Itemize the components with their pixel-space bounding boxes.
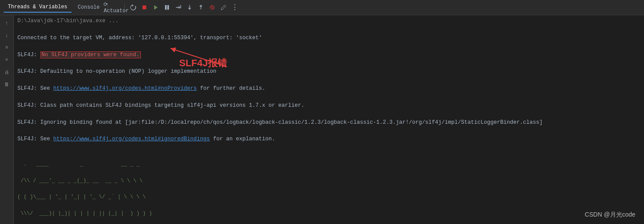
filter-btn[interactable]: ≡ <box>2 42 12 53</box>
console-line: SLF4J: Ignoring binding found at [jar:fi… <box>17 119 641 127</box>
console-line: SLF4J: Defaulting to no-operation (NOP) … <box>17 68 641 76</box>
console-line: SLF4J: Class path contains SLF4J binding… <box>17 102 641 110</box>
console-output[interactable]: D:\Java\jdk-17\bin\java.exe ... Connecte… <box>14 15 644 224</box>
pause-icon[interactable] <box>162 3 172 12</box>
svg-marker-1 <box>154 5 158 10</box>
print-btn[interactable]: 🖨 <box>2 67 12 77</box>
ascii-art-line1: . ____ _ __ _ _ <box>17 160 641 168</box>
toolbar: Threads & Variables Console ⟳ Actuator ⋮ <box>0 0 644 15</box>
stop-icon[interactable] <box>140 3 149 12</box>
tab-console[interactable]: Console <box>73 3 104 12</box>
resume-icon[interactable] <box>151 3 160 12</box>
ascii-art-line2: /\\ / ___'_ __ _ _(_)_ __ __ _ \ \ \ \ <box>17 177 641 185</box>
ascii-art-line4: \\\/ ___)| |_)| | | | | || (_| | ) ) ) ) <box>17 210 641 217</box>
more-icon[interactable]: ⋮ <box>230 3 240 12</box>
tab-threads-variables[interactable]: Threads & Variables <box>3 2 72 13</box>
filter2-btn[interactable]: ≡ <box>2 54 12 65</box>
console-line: Connected to the target VM, address: '12… <box>17 34 641 42</box>
sidebar: ↑ ↓ ≡ ≡ 🖨 🗑 <box>0 15 14 224</box>
svg-rect-3 <box>167 5 169 10</box>
restart-icon[interactable] <box>128 3 138 12</box>
link-no-providers[interactable]: https://www.slf4j.org/codes.html#noProvi… <box>53 85 197 92</box>
step-over-icon[interactable] <box>174 3 183 12</box>
step-out-icon[interactable] <box>196 3 206 12</box>
link-ignored-bindings[interactable]: https://www.slf4j.org/codes.html#ignored… <box>53 136 210 142</box>
console-line-slf4j-error: SLF4J: No SLF4J providers were found. <box>17 51 641 59</box>
console-line: SLF4J: See https://www.slf4j.org/codes.h… <box>17 135 641 143</box>
svg-rect-0 <box>143 6 147 10</box>
watermark: CSDN @月光code <box>585 210 635 220</box>
actuator-button[interactable]: ⟳ Actuator <box>111 3 121 12</box>
step-into-icon[interactable] <box>185 3 194 12</box>
edit-icon[interactable] <box>219 3 228 12</box>
mute-breakpoints-icon[interactable] <box>207 3 217 12</box>
svg-rect-2 <box>165 5 167 10</box>
console-line: SLF4J: See https://www.slf4j.org/codes.h… <box>17 85 641 93</box>
separator2 <box>124 3 125 11</box>
scroll-down-btn[interactable]: ↓ <box>2 30 12 41</box>
console-line: D:\Java\jdk-17\bin\java.exe ... <box>17 17 641 25</box>
scroll-up-btn[interactable]: ↑ <box>2 18 12 28</box>
clear-btn[interactable]: 🗑 <box>2 79 12 89</box>
main-area: ↑ ↓ ≡ ≡ 🖨 🗑 D:\Java\jdk-17\bin\java.exe … <box>0 15 644 224</box>
svg-line-7 <box>211 6 214 9</box>
ascii-art-line3: ( ( )\___ | '_ | '_| | '_ \/ _` | \ \ \ … <box>17 193 641 201</box>
error-highlight: No SLF4J providers were found. <box>40 51 141 58</box>
